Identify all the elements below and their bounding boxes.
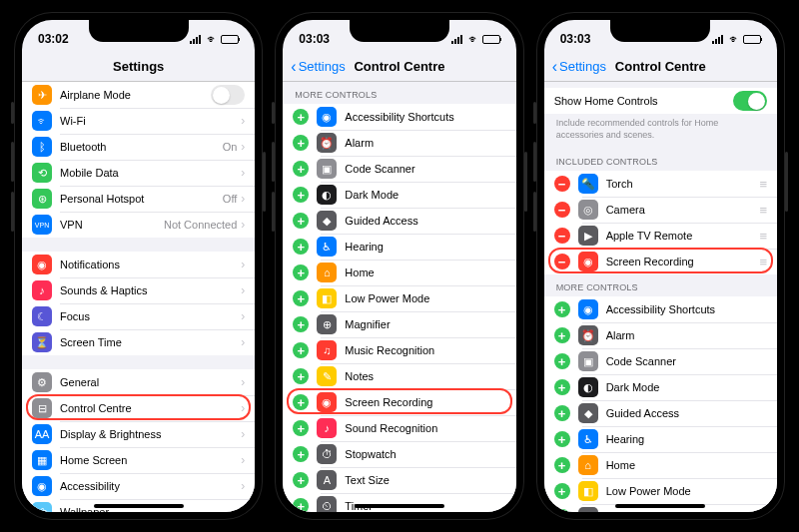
chevron-right-icon: › (241, 335, 245, 349)
remove-button[interactable]: − (554, 228, 570, 244)
remove-button[interactable]: − (554, 254, 570, 269)
list-row[interactable]: +⏲Timer (283, 493, 515, 512)
list-row[interactable]: +⌂Home (544, 452, 777, 478)
list-row[interactable]: −◎Camera≡ (544, 197, 777, 223)
row-label: Display & Brightness (60, 428, 241, 440)
add-button[interactable]: + (554, 509, 570, 512)
list-row[interactable]: +◧Low Power Mode (544, 478, 777, 504)
row-label: General (60, 376, 241, 388)
list-row[interactable]: ◉Accessibility› (22, 473, 255, 499)
toggle-show-home[interactable] (733, 91, 767, 111)
app-icon: A (317, 470, 337, 490)
add-button[interactable]: + (554, 431, 570, 447)
more-controls-list[interactable]: MORE CONTROLS +◉Accessibility Shortcuts+… (283, 82, 515, 512)
list-row[interactable]: +◉Accessibility Shortcuts (283, 104, 515, 130)
list-row[interactable]: +▣Code Scanner (544, 348, 777, 374)
add-button[interactable]: + (293, 472, 309, 488)
add-button[interactable]: + (293, 420, 309, 436)
list-row[interactable]: ♪Sounds & Haptics› (22, 277, 255, 303)
list-row[interactable]: +◉Screen Recording (283, 389, 515, 415)
add-button[interactable]: + (293, 239, 309, 255)
home-indicator[interactable] (615, 504, 705, 508)
list-row[interactable]: VPNVPNNot Connected› (22, 212, 255, 238)
list-row[interactable]: ✈︎Airplane Mode (22, 82, 255, 108)
list-row[interactable]: −▶Apple TV Remote≡ (544, 223, 777, 249)
list-row[interactable]: ⏳Screen Time› (22, 329, 255, 355)
list-row[interactable]: +⏰Alarm (283, 130, 515, 156)
add-button[interactable]: + (293, 187, 309, 203)
add-button[interactable]: + (554, 353, 570, 369)
add-button[interactable]: + (293, 498, 309, 512)
list-row[interactable]: +♫Music Recognition (283, 337, 515, 363)
row-label: Notes (345, 370, 505, 382)
list-row[interactable]: +◧Low Power Mode (283, 285, 515, 311)
list-row[interactable]: ⟲Mobile Data› (22, 160, 255, 186)
back-button[interactable]: ‹Settings (552, 58, 606, 76)
toggle[interactable] (211, 85, 245, 105)
drag-handle-icon[interactable]: ≡ (759, 177, 767, 192)
list-row[interactable]: +◐Dark Mode (283, 182, 515, 208)
section-header-more: MORE CONTROLS (544, 274, 777, 296)
list-row[interactable]: −🔦Torch≡ (544, 171, 777, 197)
remove-button[interactable]: − (554, 202, 570, 218)
list-row[interactable]: +◆Guided Access (544, 400, 777, 426)
list-row[interactable]: +AText Size (283, 467, 515, 493)
row-detail: On (223, 141, 238, 153)
list-row[interactable]: +⊕Magnifier (283, 311, 515, 337)
add-button[interactable]: + (293, 290, 309, 306)
list-row[interactable]: +◉Accessibility Shortcuts (544, 296, 777, 322)
list-row[interactable]: ᯤWi-Fi› (22, 108, 255, 134)
list-row[interactable]: −◉Screen Recording≡ (544, 249, 777, 274)
add-button[interactable]: + (293, 394, 309, 410)
add-button[interactable]: + (554, 379, 570, 395)
list-row[interactable]: ☾Focus› (22, 303, 255, 329)
add-button[interactable]: + (293, 446, 309, 462)
list-row[interactable]: +◐Dark Mode (544, 374, 777, 400)
add-button[interactable]: + (293, 342, 309, 358)
list-row[interactable]: +◆Guided Access (283, 208, 515, 234)
list-row[interactable]: +⏱Stopwatch (283, 441, 515, 467)
control-centre-list[interactable]: Show Home Controls Include recommended c… (544, 82, 777, 512)
add-button[interactable]: + (293, 109, 309, 125)
add-button[interactable]: + (554, 457, 570, 473)
back-button[interactable]: ‹Settings (291, 58, 345, 76)
add-button[interactable]: + (293, 213, 309, 229)
list-row[interactable]: +⏰Alarm (544, 322, 777, 348)
add-button[interactable]: + (293, 368, 309, 384)
drag-handle-icon[interactable]: ≡ (759, 203, 767, 218)
add-button[interactable]: + (293, 316, 309, 332)
list-row[interactable]: ⊟Control Centre› (22, 395, 255, 421)
list-row[interactable]: ᛒBluetoothOn› (22, 134, 255, 160)
remove-button[interactable]: − (554, 176, 570, 192)
app-icon: ◧ (578, 481, 598, 501)
list-row[interactable]: +⌂Home (283, 260, 515, 285)
add-button[interactable]: + (554, 483, 570, 499)
section-header-included: INCLUDED CONTROLS (544, 149, 777, 171)
wifi-icon: ᯤ (207, 33, 218, 45)
list-row[interactable]: +✎Notes (283, 363, 515, 389)
list-row[interactable]: +♿︎Hearing (283, 234, 515, 260)
list-row[interactable]: +♪Sound Recognition (283, 415, 515, 441)
list-row[interactable]: +♿︎Hearing (544, 426, 777, 452)
list-row[interactable]: ◉Notifications› (22, 252, 255, 277)
row-show-home-controls[interactable]: Show Home Controls (544, 88, 777, 114)
list-row[interactable]: ⚙︎General› (22, 369, 255, 395)
settings-list[interactable]: ✈︎Airplane ModeᯤWi-Fi›ᛒBluetoothOn›⟲Mobi… (22, 82, 255, 512)
battery-icon (221, 35, 239, 44)
list-row[interactable]: +▣Code Scanner (283, 156, 515, 182)
add-button[interactable]: + (554, 405, 570, 421)
home-indicator[interactable] (94, 504, 184, 508)
add-button[interactable]: + (293, 161, 309, 177)
drag-handle-icon[interactable]: ≡ (759, 255, 767, 269)
battery-icon (482, 35, 500, 44)
drag-handle-icon[interactable]: ≡ (759, 229, 767, 244)
app-icon: ◆ (317, 211, 337, 231)
home-indicator[interactable] (355, 504, 444, 508)
list-row[interactable]: ▦Home Screen› (22, 447, 255, 473)
add-button[interactable]: + (293, 265, 309, 280)
list-row[interactable]: ⊛Personal HotspotOff› (22, 186, 255, 212)
add-button[interactable]: + (293, 135, 309, 151)
add-button[interactable]: + (554, 327, 570, 343)
list-row[interactable]: AADisplay & Brightness› (22, 421, 255, 447)
add-button[interactable]: + (554, 301, 570, 317)
